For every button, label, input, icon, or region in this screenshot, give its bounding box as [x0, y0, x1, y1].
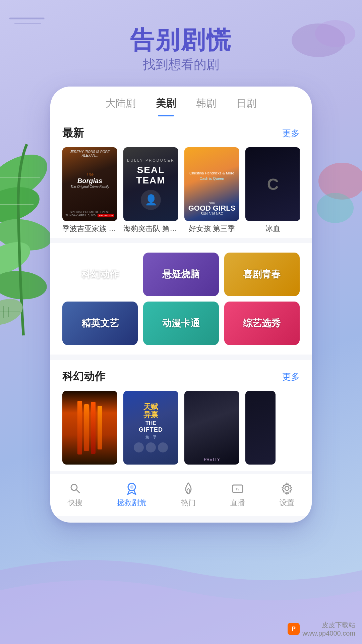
category-mystery[interactable]: 悬疑烧脑: [143, 253, 219, 296]
scifi-poster-pretty[interactable]: PRETTY: [184, 391, 239, 465]
tab-korean[interactable]: 韩剧: [196, 97, 216, 116]
poster-sealteam-img: BULLY PRODUCER SEALTEAM 👤: [123, 147, 178, 221]
scifi-more-button[interactable]: 更多: [282, 371, 300, 383]
poster-goodgirls-label: 好女孩 第三季: [184, 224, 239, 234]
category-variety[interactable]: 综艺选秀: [224, 302, 300, 345]
scifi-poster-1[interactable]: [62, 391, 117, 465]
nav-hot-label: 热门: [181, 498, 196, 508]
tabs-bar: 大陆剧 美剧 韩剧 日剧: [50, 87, 312, 116]
poster-goodgirls-img: Christina Hendricks & More Cash is Queen…: [184, 147, 239, 221]
svg-point-22: [130, 485, 133, 489]
category-section: 科幻动作 悬疑烧脑 喜剧青春 精英文艺 动漫卡通 综艺选秀: [50, 243, 312, 355]
newest-section-header: 最新 更多: [62, 126, 300, 141]
newest-section: 最新 更多 JEREMY IRONS IS POPE ALEXAN... The…: [50, 116, 312, 238]
scifi-poster-scroll: 天赋异禀 THE GIFTED 第一季: [62, 391, 300, 465]
scifi-poster-gifted[interactable]: 天赋异禀 THE GIFTED 第一季: [123, 391, 178, 465]
scifi-title: 科幻动作: [62, 369, 105, 384]
poster-goodgirls[interactable]: Christina Hendricks & More Cash is Queen…: [184, 147, 239, 234]
newest-title: 最新: [62, 126, 84, 141]
nav-hot[interactable]: 热门: [181, 481, 196, 508]
search-icon: [68, 481, 82, 496]
svg-point-5: [317, 193, 354, 223]
page-title: 告别剧慌: [0, 27, 362, 53]
scifi-section-header: 科幻动作 更多: [62, 369, 300, 384]
nav-live[interactable]: TV 直播: [230, 481, 245, 508]
newest-poster-scroll: JEREMY IRONS IS POPE ALEXAN... The Borgi…: [62, 147, 300, 234]
nav-search-label: 快搜: [68, 498, 82, 508]
tab-us[interactable]: 美剧: [156, 97, 176, 116]
category-comedy[interactable]: 喜剧青春: [224, 253, 300, 296]
svg-line-20: [76, 490, 79, 493]
watermark: P 皮皮下载站www.pp4000.com: [288, 621, 355, 637]
tv-icon: TV: [230, 481, 245, 496]
scifi-poster-gifted-img: 天赋异禀 THE GIFTED 第一季: [123, 391, 178, 465]
category-elite[interactable]: 精英文艺: [62, 302, 138, 345]
poster-dark[interactable]: C 冰血: [245, 147, 300, 234]
nav-settings-label: 设置: [280, 498, 294, 508]
watermark-site-text: 皮皮下载站www.pp4000.com: [302, 621, 355, 637]
poster-sealteam[interactable]: BULLY PRODUCER SEALTEAM 👤 海豹突击队 第三季: [123, 147, 178, 234]
watermark-icon-text: P: [292, 626, 296, 633]
newest-more-button[interactable]: 更多: [282, 127, 300, 139]
nav-rescue-label: 拯救剧荒: [117, 498, 146, 508]
category-grid: 科幻动作 悬疑烧脑 喜剧青春 精英文艺 动漫卡通 综艺选秀: [62, 253, 300, 345]
watermark-logo: P 皮皮下载站www.pp4000.com: [288, 621, 355, 637]
tab-mainland[interactable]: 大陆剧: [106, 97, 136, 116]
poster-sealteam-label: 海豹突击队 第三季: [123, 224, 178, 234]
poster-dark-img: C: [245, 147, 300, 221]
bottom-nav: 快搜 拯救剧荒 热门: [50, 474, 312, 516]
scifi-poster-partial[interactable]: [245, 391, 300, 465]
tab-japanese[interactable]: 日剧: [236, 97, 256, 116]
poster-borgias-img: JEREMY IRONS IS POPE ALEXAN... The Borgi…: [62, 147, 117, 221]
scifi-section: 科幻动作 更多 天赋异禀: [50, 360, 312, 471]
svg-point-26: [285, 486, 289, 490]
poster-borgias[interactable]: JEREMY IRONS IS POPE ALEXAN... The Borgi…: [62, 147, 117, 234]
header-area: 告别剧慌 找到想看的剧: [0, 0, 362, 87]
category-anime[interactable]: 动漫卡通: [143, 302, 219, 345]
nav-settings[interactable]: 设置: [280, 481, 294, 508]
scifi-poster-pretty-img: PRETTY: [184, 391, 239, 465]
nav-live-label: 直播: [230, 498, 245, 508]
poster-dark-label: 冰血: [245, 224, 300, 234]
scifi-poster-1-img: [62, 391, 117, 465]
svg-point-10: [0, 269, 48, 302]
svg-text:TV: TV: [235, 487, 240, 491]
award-icon: [124, 481, 139, 496]
page-subtitle: 找到想看的剧: [0, 56, 362, 73]
svg-point-4: [318, 163, 362, 200]
scifi-poster-partial-img: [245, 391, 276, 465]
nav-search[interactable]: 快搜: [68, 481, 82, 508]
watermark-icon: P: [288, 623, 300, 635]
nav-rescue[interactable]: 拯救剧荒: [117, 481, 146, 508]
category-scifi[interactable]: 科幻动作: [62, 253, 138, 296]
gear-icon: [280, 481, 294, 496]
phone-mockup: 大陆剧 美剧 韩剧 日剧 最新 更多 JEREMY IRONS IS POPE …: [50, 87, 312, 523]
poster-borgias-label: 季波吉亚家族 第一季: [62, 224, 117, 234]
fire-icon: [181, 481, 196, 496]
